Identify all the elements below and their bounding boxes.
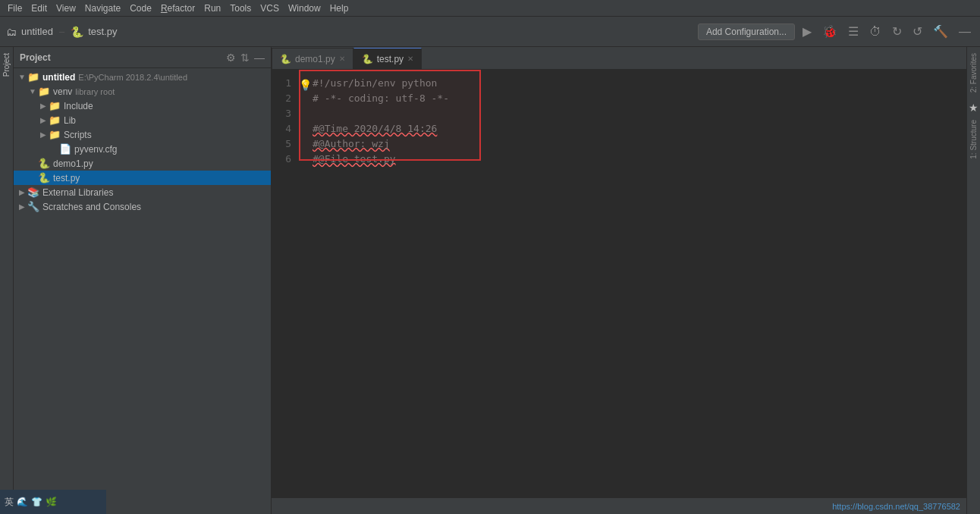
code-line-6: #@File test.py [299,152,966,167]
menu-run[interactable]: Run [199,2,225,15]
gutter-icon-line6 [299,153,311,165]
line-num-2: 2 [272,91,291,106]
project-panel-header: Project ⚙ ⇅ — [14,47,271,68]
code-line-4: #@Time 2020/4/8 14:26 [299,121,966,136]
panel-settings-button[interactable]: ⚙ [226,52,236,64]
menu-refactor[interactable]: Refactor [156,2,199,15]
folder-icon-untitled: 📁 [27,71,39,83]
scratches-icon: 🔧 [27,201,39,212]
tree-item-external-libs[interactable]: ▶ 📚 External Libraries [14,185,271,199]
code-text-line6: #@File test.py [313,152,396,167]
tree-suffix-venv: library root [75,87,115,96]
tab-icon-demo1: 🐍 [280,54,291,64]
tree-item-untitled[interactable]: ▼ 📁 untitled E:\PyCharm 2018.2.4\untitle… [14,70,271,84]
tree-item-scratches[interactable]: ▶ 🔧 Scratches and Consoles [14,199,271,214]
project-title-area: 🗂 untitled – 🐍 test.py [6,26,117,38]
sidebar-project-label[interactable]: Project [1,47,12,83]
line-num-6: 6 [272,152,291,167]
toolbar: 🗂 untitled – 🐍 test.py Add Configuration… [0,17,980,47]
code-line-1: 💡 #!/usr/bin/env python [299,76,966,91]
code-editor[interactable]: 1 2 3 4 5 6 💡 #!/usr/bin/env python # -*… [272,70,966,497]
tree-arrow-scripts: ▶ [38,130,49,139]
ime-bar: 英 🌊 👕 🌿 [0,490,106,514]
profile-button[interactable]: ⏱ [866,24,884,40]
menu-file[interactable]: File [3,2,27,15]
menu-navigate[interactable]: Navigate [80,2,125,15]
left-sidebar-strip: Project [0,47,14,514]
gutter-icon-line1: 💡 [299,77,311,89]
code-lines: 💡 #!/usr/bin/env python # -*- coding: ut… [299,76,966,167]
favorites-star-icon[interactable]: ★ [969,102,978,114]
tree-arrow-untitled: ▼ [17,73,27,81]
tab-label-demo1: demo1.py [295,54,335,64]
folder-icon-ext-libs: 📚 [27,186,39,198]
python-icon-test: 🐍 [38,172,50,183]
project-name-label: untitled [21,26,53,37]
tree-arrow-ext-libs: ▶ [17,188,27,196]
tree-label-pyvenv: pyvenv.cfg [74,144,117,155]
folder-icon-venv: 📁 [38,86,50,97]
tree-label-test: test.py [53,173,80,183]
code-line-5: #@Author: wzj [299,136,966,152]
tree-arrow-scratches: ▶ [17,202,27,211]
gutter-icon-line5 [299,138,311,150]
tab-demo1[interactable]: 🐍 demo1.py ✕ [272,48,353,69]
menu-help[interactable]: Help [325,2,353,15]
code-text-line3 [313,106,319,121]
gutter-icon-line2 [299,92,311,105]
menu-window[interactable]: Window [284,2,325,15]
build-button[interactable]: 🔨 [930,23,951,40]
tree-label-untitled: untitled [42,72,75,83]
tree-item-test[interactable]: 🐍 test.py [14,171,271,185]
gutter-icon-line3 [299,108,311,120]
coverage-button[interactable]: ☰ [845,23,862,40]
run-button[interactable]: ▶ [799,23,815,40]
tree-item-pyvenv[interactable]: 📄 pyvenv.cfg [14,142,271,156]
favorites-label[interactable]: 2: Favorites [968,47,979,99]
structure-label[interactable]: 1: Structure [968,114,979,165]
gutter-icon-line4 [299,123,311,135]
tree-path-untitled: E:\PyCharm 2018.2.4\untitled [78,73,187,82]
tab-close-test[interactable]: ✕ [407,55,413,63]
tree-item-demo1[interactable]: 🐍 demo1.py [14,156,271,171]
menu-edit[interactable]: Edit [27,2,52,15]
favorites-strip: 2: Favorites ★ 1: Structure [966,47,980,514]
ime-icon2: 👕 [31,497,42,507]
project-panel: Project ⚙ ⇅ — ▼ 📁 untitled E:\PyCharm 20… [14,47,272,514]
folder-icon-include: 📁 [49,100,61,111]
minimize-button[interactable]: — [956,24,974,40]
tree-item-venv[interactable]: ▼ 📁 venv library root [14,84,271,99]
project-panel-title: Project [20,52,221,63]
tree-item-lib[interactable]: ▶ 📁 Lib [14,113,271,127]
statusbar: https://blog.csdn.net/qq_38776582 [272,497,966,514]
revert-button[interactable]: ↺ [909,23,925,40]
menu-code[interactable]: Code [125,2,156,15]
add-configuration-button[interactable]: Add Configuration... [698,24,795,40]
tree-item-include[interactable]: ▶ 📁 Include [14,99,271,113]
file-icon-pyvenv: 📄 [59,143,71,155]
tab-close-demo1[interactable]: ✕ [339,55,345,63]
ime-icon3: 🌿 [46,497,57,507]
menu-view[interactable]: View [52,2,80,15]
line-numbers: 1 2 3 4 5 6 [272,76,299,167]
menu-vcs[interactable]: VCS [256,2,284,15]
tab-icon-test: 🐍 [362,54,373,64]
panel-collapse-button[interactable]: — [254,52,265,64]
code-line-3 [299,106,966,121]
line-num-5: 5 [272,136,291,152]
line-num-4: 4 [272,121,291,136]
folder-icon-lib: 📁 [49,114,61,126]
menu-tools[interactable]: Tools [225,2,256,15]
code-line-2: # -*- coding: utf-8 -*- [299,91,966,106]
tab-test[interactable]: 🐍 test.py ✕ [353,48,422,69]
tab-bar: 🐍 demo1.py ✕ 🐍 test.py ✕ [272,47,966,70]
code-text-line2: # -*- coding: utf-8 -*- [313,91,449,106]
line-num-1: 1 [272,76,291,91]
ime-icon1: 🌊 [17,497,28,507]
update-button[interactable]: ↻ [889,23,905,40]
debug-button[interactable]: 🐞 [819,23,840,40]
tree-label-scripts: Scripts [64,130,92,140]
panel-expand-button[interactable]: ⇅ [240,52,250,64]
main-area: Project Project ⚙ ⇅ — ▼ 📁 untitled E:\Py… [0,47,980,514]
tree-item-scripts[interactable]: ▶ 📁 Scripts [14,127,271,142]
